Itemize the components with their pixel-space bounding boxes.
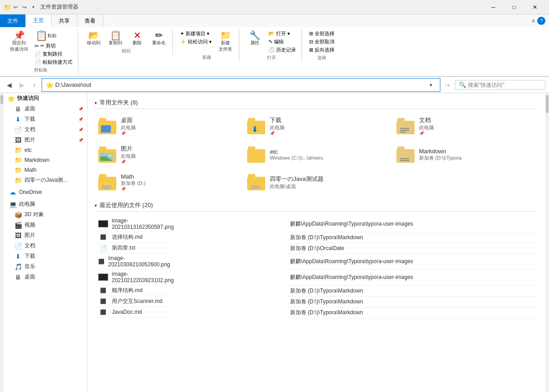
file-row-2[interactable]: ⬛ 选择结构.md 新加卷 (D:\)\Typora\Markdown: [95, 232, 538, 243]
minimize-button[interactable]: ─: [483, 0, 504, 14]
folder-item-desktop[interactable]: 桌面 此电脑 📌: [95, 113, 240, 138]
address-input[interactable]: [55, 81, 424, 88]
copy-to-button[interactable]: 📋 复制到: [105, 30, 125, 47]
sidebar-item-3d[interactable]: 📦 3D 对象: [4, 209, 87, 220]
math-icon: 📁: [14, 166, 22, 174]
sidebar-scroll-thumb[interactable]: [0, 95, 3, 104]
sidebar-item-desktop[interactable]: 🖥 桌面 📌: [4, 104, 87, 114]
content-scrollbar[interactable]: [545, 93, 549, 392]
forward-button[interactable]: ▶: [16, 80, 27, 90]
dropdown-icon[interactable]: ▾: [29, 4, 37, 11]
redo-icon[interactable]: ↪: [21, 4, 28, 11]
maximize-button[interactable]: □: [504, 0, 525, 14]
file-path-7: 新加卷 (D:\)\Typora\Markdown: [286, 296, 538, 307]
folder-item-downloads[interactable]: ⬇ 下载 此电脑 📌: [243, 113, 389, 138]
file-row-6[interactable]: ⬛ 顺序结构.md 新加卷 (D:\)\Typora\Markdown: [95, 285, 538, 296]
paste-button[interactable]: 📋 粘贴: [33, 30, 74, 42]
folder-name-desktop: 桌面: [121, 116, 136, 124]
folder-icon-math: [98, 174, 116, 190]
file-row-7[interactable]: ⬛ 用户交互Scanner.md 新加卷 (D:\)\Typora\Markdo…: [95, 296, 538, 307]
sidebar-item-quick-access[interactable]: ⭐ 快速访问: [4, 93, 87, 104]
easy-access-button[interactable]: ⚡ 轻松访问 ▾: [178, 38, 214, 46]
sidebar-item-documents[interactable]: 📄 文档 📌: [4, 124, 87, 135]
help-icon[interactable]: ?: [537, 17, 545, 25]
folder-item-documents[interactable]: 文档 此电脑 📌: [393, 113, 538, 138]
sidebar-item-downloads2[interactable]: ⬇ 下载: [4, 251, 87, 261]
sidebar-item-onedrive[interactable]: ☁ OneDrive: [4, 187, 87, 197]
folder-item-java[interactable]: 四零一のJava测试题 此电脑\桌面: [243, 170, 389, 194]
folder-path-downloads: 此电脑: [270, 124, 285, 131]
pin-to-quick-access-button[interactable]: 📌 固定到快速访问: [7, 30, 31, 53]
go-button[interactable]: →: [442, 80, 453, 90]
file-name-8: JavaDoc.md: [112, 309, 142, 315]
tab-file[interactable]: 文件: [0, 14, 26, 27]
search-input[interactable]: [468, 82, 541, 88]
folder-item-math[interactable]: Math 新加卷 (D:) 📌: [95, 170, 240, 194]
open-label: 打开 ▾: [276, 30, 290, 37]
tab-home[interactable]: 主页: [26, 14, 52, 28]
copy-to-label: 复制到: [109, 40, 122, 46]
downloads-label: 下载: [24, 115, 35, 123]
folder-item-pictures[interactable]: 图片 此电脑 📌: [95, 142, 240, 167]
open-button[interactable]: 📂 打开 ▾: [267, 30, 298, 38]
history-icon: 🕐: [268, 47, 275, 53]
edit-button[interactable]: ✎ 编辑: [267, 38, 298, 46]
sidebar-item-downloads[interactable]: ⬇ 下载 📌: [4, 114, 87, 124]
sidebar-item-music[interactable]: 🎵 音乐: [4, 261, 87, 272]
ribbon-collapse-icon[interactable]: ∧: [531, 18, 535, 24]
move-to-button[interactable]: 📂 移动到: [84, 30, 104, 47]
file-row-8[interactable]: ⬛ JavaDoc.md 新加卷 (D:\)\Typora\Markdown: [95, 307, 538, 318]
pin-indicator-4: 📌: [78, 138, 83, 142]
select-none-button[interactable]: ⊟ 全部取消: [307, 38, 336, 46]
copy-path-icon: 📄: [34, 51, 41, 57]
delete-button[interactable]: ✕ 删除: [127, 30, 147, 47]
sidebar-item-video[interactable]: 🎬 视频: [4, 220, 87, 230]
copy-path-button[interactable]: 📄 复制路径: [33, 50, 74, 58]
new-folder-button[interactable]: 📁 新建文件夹: [215, 30, 235, 53]
file-row-3[interactable]: 📄 第四章.txt 新加卷 (D:\)\OrcalDate: [95, 243, 538, 254]
history-button[interactable]: 🕐 历史记录: [267, 46, 298, 54]
select-none-label: 全部取消: [315, 38, 334, 45]
sidebar-item-java[interactable]: 📁 四零一のJava测...: [4, 175, 87, 185]
sidebar-item-markdown[interactable]: 📁 Markdown: [4, 155, 87, 165]
quick-access-icon: ⭐: [7, 95, 14, 102]
common-folders-toggle[interactable]: ▾: [95, 100, 97, 105]
file-row-1[interactable]: image-20210313162350597.png 麒麟\AppData\R…: [95, 216, 538, 232]
file-row-4[interactable]: ⬛ image-20210308210052600.png 麒麟\AppData…: [95, 254, 538, 269]
content-scroll-thumb[interactable]: [546, 95, 549, 113]
desktop-icon: 🖥: [14, 105, 22, 113]
close-button[interactable]: ✕: [525, 0, 545, 14]
paste-shortcut-button[interactable]: 📄 粘贴快捷方式: [33, 58, 74, 66]
up-button[interactable]: ↑: [29, 80, 40, 90]
sidebar-item-pictures2[interactable]: 🖼 图片: [4, 230, 87, 241]
undo-icon[interactable]: ↩: [12, 4, 19, 11]
invert-selection-button[interactable]: ⊠ 反向选择: [307, 46, 336, 54]
back-button[interactable]: ◀: [4, 80, 14, 90]
music-icon: 🎵: [14, 263, 22, 270]
tab-view[interactable]: 查看: [77, 14, 103, 27]
recent-files-toggle[interactable]: ▾: [95, 203, 97, 208]
dropdown-address-icon[interactable]: ▾: [425, 80, 436, 90]
folder-item-etc[interactable]: etc Windows (C:\)\...\drivers: [243, 142, 389, 167]
move-to-label: 移动到: [87, 40, 100, 46]
properties-button[interactable]: 🔧 属性: [245, 30, 265, 47]
sidebar-item-this-pc[interactable]: 💻 此电脑: [4, 199, 87, 209]
sidebar-item-etc[interactable]: 📁 etc: [4, 145, 87, 155]
folder-name-java: 四零一のJava测试题: [270, 175, 323, 183]
rename-button[interactable]: ✏ 重命名: [149, 30, 169, 47]
clipboard-label: 剪贴板: [34, 66, 48, 73]
sidebar-item-documents2[interactable]: 📄 文档: [4, 241, 87, 251]
select-all-button[interactable]: ⊞ 全部选择: [307, 30, 336, 38]
paste-shortcut-icon: 📄: [34, 59, 41, 66]
tab-share[interactable]: 共享: [52, 14, 77, 27]
file-row-5[interactable]: image-20210212203923102.png 麒麟\AppData\R…: [95, 269, 538, 285]
folder-item-markdown[interactable]: Markdown 新加卷 (D:\)\Typora: [393, 142, 538, 167]
sidebar-item-math[interactable]: 📁 Math: [4, 165, 87, 175]
new-item-button[interactable]: ✦ 新建项目 ▾: [178, 30, 214, 38]
file-icon-8: ⬛: [98, 308, 108, 316]
sidebar-item-desktop2[interactable]: 🖥 桌面: [4, 272, 87, 282]
sidebar-item-pictures[interactable]: 🖼 图片 📌: [4, 135, 87, 145]
main-layout: ⭐ 快速访问 🖥 桌面 📌 ⬇ 下载 📌 📄 文档 📌 🖼 图片 📌 📁 etc: [0, 93, 549, 392]
cut-button[interactable]: ✂ ✂ 剪切: [33, 42, 74, 50]
3d-icon: 📦: [14, 211, 22, 218]
